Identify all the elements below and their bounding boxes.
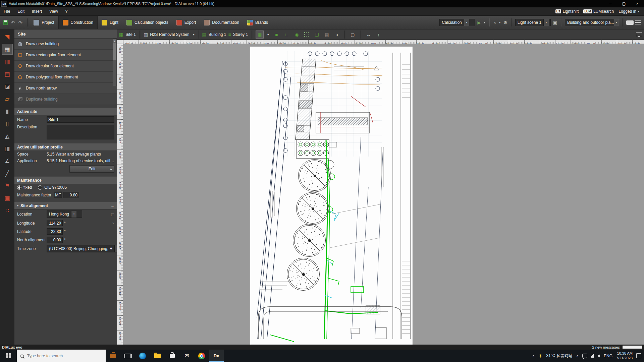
chevron-down-icon[interactable]: ▾: [614, 19, 619, 26]
arrow-right-icon[interactable]: →: [111, 204, 114, 208]
solid-view-button[interactable]: ❏: [313, 31, 321, 39]
tab-export[interactable]: Export: [172, 16, 200, 29]
ceiling-mode-icon[interactable]: ◨: [2, 143, 13, 154]
tray-chevron-icon[interactable]: ∧: [532, 354, 535, 358]
menu-help[interactable]: ?: [62, 9, 71, 14]
render-quality-icon[interactable]: [626, 20, 634, 25]
measure-mode-icon[interactable]: ∠: [2, 156, 13, 166]
site-name-input[interactable]: [47, 116, 114, 123]
lumsearch-link[interactable]: LUM LUMsearch: [583, 9, 614, 14]
messages-label[interactable]: 2 new messages: [592, 345, 620, 349]
gear-icon[interactable]: ⚙: [503, 20, 508, 25]
task-view-button[interactable]: [120, 350, 135, 362]
scrollbar[interactable]: ▲: [113, 39, 117, 86]
notification-center-icon[interactable]: [636, 353, 641, 358]
menu-file[interactable]: File: [0, 9, 14, 14]
storey-mode-icon[interactable]: ▤: [2, 69, 13, 79]
taskbar-briefcase[interactable]: [106, 350, 120, 362]
timezone-combo[interactable]: (UTC+08:00) Beijing, Chongqing, H ▾: [47, 245, 117, 252]
start-button[interactable]: [0, 350, 17, 362]
minimize-button[interactable]: –: [604, 0, 617, 7]
network-icon[interactable]: [591, 354, 594, 358]
chevron-down-icon[interactable]: ▾: [71, 211, 76, 218]
scroll-up-icon[interactable]: ▲: [113, 39, 116, 43]
search-input[interactable]: [26, 353, 92, 359]
walls-view-button[interactable]: ■: [272, 31, 280, 39]
site-mode-icon[interactable]: ▦: [2, 44, 13, 55]
building-selector[interactable]: ▤ Building 1: [202, 32, 226, 37]
taskbar-dialux[interactable]: Dx: [209, 350, 224, 362]
tool-draw-new-building[interactable]: Draw new building: [14, 39, 117, 50]
weather-label[interactable]: 31°C 多雲時晴: [546, 353, 573, 359]
site-description-input[interactable]: [47, 125, 114, 139]
edit-button[interactable]: Edit ▸: [69, 165, 114, 173]
scrollbar-thumb[interactable]: [113, 43, 116, 60]
calculation-combo[interactable]: Calculation ▾: [439, 19, 475, 26]
tab-light[interactable]: Light: [98, 16, 122, 29]
site-alignment-header[interactable]: ▾ Site alignment →: [14, 202, 117, 209]
north-alignment-input[interactable]: [47, 237, 63, 243]
save-button[interactable]: [3, 20, 8, 25]
object-mode-icon[interactable]: ▣: [2, 193, 13, 203]
undo-button[interactable]: ↶: [10, 19, 16, 26]
cancel-options-dropdown[interactable]: ▾: [498, 21, 501, 24]
scene-settings-icon[interactable]: ▣: [552, 20, 558, 25]
radio-fixed[interactable]: [17, 185, 21, 190]
chat-icon[interactable]: [582, 354, 587, 358]
draw-line-mode-icon[interactable]: ╱: [2, 168, 13, 179]
tool-draw-polygonal-floor[interactable]: Draw polygonal floor element: [14, 72, 117, 83]
tool-draw-circular-floor[interactable]: Draw circular floor element: [14, 61, 117, 72]
measure-width-button[interactable]: ↔: [364, 31, 372, 39]
tool-draw-rectangular-floor[interactable]: Draw rectangular floor element: [14, 50, 117, 61]
column-mode-icon[interactable]: ▮: [2, 106, 13, 117]
cancel-calculation-button[interactable]: ×: [493, 20, 497, 25]
selection-frame-button[interactable]: [303, 31, 311, 39]
tool-draw-north-arrow[interactable]: Draw north arrow: [14, 83, 117, 94]
clear-icon[interactable]: ×: [112, 221, 114, 225]
array-mode-icon[interactable]: ∷: [2, 205, 13, 216]
taskbar-file-explorer[interactable]: [150, 350, 165, 362]
zoom-fit-button[interactable]: ▢: [348, 31, 357, 39]
volume-icon[interactable]: [597, 354, 600, 358]
redo-button[interactable]: ↷: [18, 19, 23, 26]
circle-view-button[interactable]: ◉: [292, 31, 301, 39]
radio-cie[interactable]: [38, 185, 42, 190]
monitor-icon[interactable]: [636, 32, 642, 37]
taskbar-chrome[interactable]: [194, 350, 209, 362]
site-selector[interactable]: ▦ Site 1: [119, 32, 136, 37]
maximize-button[interactable]: ▢: [617, 0, 631, 7]
tab-construction[interactable]: Construction: [58, 16, 98, 29]
tool-duplicate-building[interactable]: Duplicate building: [14, 94, 117, 105]
latitude-input[interactable]: [47, 228, 63, 235]
taskbar-edge[interactable]: [135, 350, 150, 362]
chevron-down-icon[interactable]: ▾: [114, 245, 117, 252]
logged-in-menu[interactable]: Logged in ▾: [619, 9, 639, 14]
system-selector[interactable]: ▨ H2S Removal System ▾: [144, 32, 195, 37]
storey-selector[interactable]: ≡ Storey 1: [228, 32, 248, 37]
calculation-options-dropdown[interactable]: ▾: [483, 21, 486, 24]
drawing-viewport[interactable]: [123, 44, 644, 345]
location-details-icon[interactable]: ▢: [111, 212, 114, 217]
maintenance-factor-input[interactable]: [63, 192, 79, 198]
language-indicator[interactable]: ENG: [604, 354, 612, 358]
taskbar-clock[interactable]: 10:38 AM 7/21/2023: [616, 351, 633, 361]
display-mode-combo[interactable]: Building and outdoor pla... ▾: [565, 19, 619, 26]
light-scene-combo[interactable]: Light scene 1 ▾: [515, 19, 551, 26]
outline-view-button[interactable]: ∟: [282, 31, 290, 39]
menu-edit[interactable]: Edit: [14, 9, 28, 14]
location-combo[interactable]: Hong Kong ▾: [47, 210, 82, 218]
opening-mode-icon[interactable]: ▯: [2, 118, 13, 129]
taskbar-store[interactable]: [165, 350, 179, 362]
tab-documentation[interactable]: Documentation: [200, 16, 243, 29]
menu-view[interactable]: View: [46, 9, 62, 14]
lightshift-link[interactable]: LS Lightshift: [555, 9, 579, 14]
menu-insert[interactable]: Insert: [28, 9, 46, 14]
room-mode-icon[interactable]: ◪: [2, 81, 13, 92]
hidden-icons-chevron[interactable]: ∧: [576, 354, 579, 358]
close-button[interactable]: ×: [631, 0, 644, 7]
chevron-down-icon[interactable]: ▾: [193, 33, 195, 36]
chevron-down-icon[interactable]: ▾: [543, 19, 549, 26]
tab-brands[interactable]: Brands: [243, 16, 272, 29]
view-list-icon[interactable]: [635, 20, 641, 24]
layers-view-button[interactable]: ▤: [323, 31, 331, 39]
